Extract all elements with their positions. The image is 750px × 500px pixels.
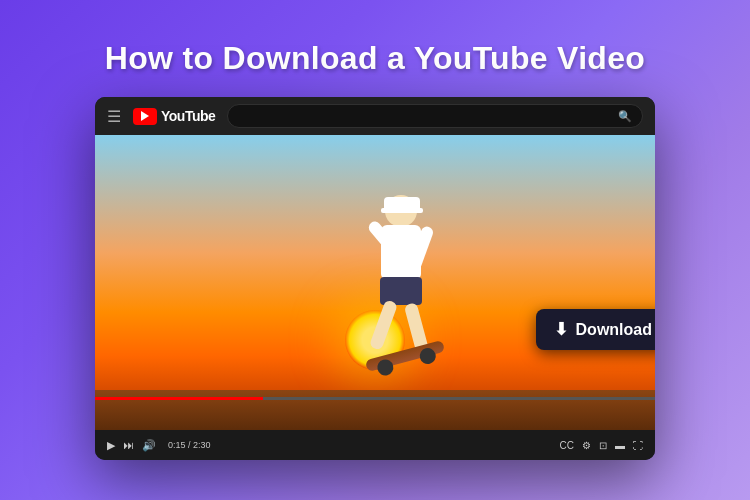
browser-window: ☰ YouTube 🔍	[95, 97, 655, 460]
volume-button[interactable]: 🔊	[142, 439, 156, 452]
menu-icon[interactable]: ☰	[107, 107, 121, 126]
progress-bar-wrap[interactable]	[95, 397, 655, 400]
skater-graphic	[335, 185, 475, 375]
theater-button[interactable]: ▬	[615, 440, 625, 451]
youtube-topbar: ☰ YouTube 🔍	[95, 97, 655, 135]
skip-button[interactable]: ⏭	[123, 439, 134, 451]
fullscreen-button[interactable]: ⛶	[633, 440, 643, 451]
skater-hat	[384, 197, 420, 211]
settings-button[interactable]: ⚙	[582, 440, 591, 451]
time-display: 0:15 / 2:30	[168, 440, 211, 450]
search-icon: 🔍	[618, 110, 632, 123]
video-area: ⬇ Download	[95, 135, 655, 430]
download-button[interactable]: ⬇ Download	[536, 309, 655, 350]
ground-graphic	[95, 390, 655, 430]
download-label: Download	[576, 321, 652, 339]
right-controls: CC ⚙ ⊡ ▬ ⛶	[560, 440, 643, 451]
skater-leg-left	[369, 299, 398, 350]
progress-fill	[95, 397, 263, 400]
download-icon: ⬇	[554, 319, 568, 340]
search-bar[interactable]: 🔍	[227, 104, 643, 128]
youtube-logo: YouTube	[133, 108, 215, 125]
play-button[interactable]: ▶	[107, 439, 115, 452]
video-controls: ▶ ⏭ 🔊 0:15 / 2:30 CC ⚙ ⊡ ▬ ⛶	[95, 430, 655, 460]
youtube-logo-icon	[133, 108, 157, 125]
video-wrapper: ⬇ Download ▶ ⏭ 🔊 0:15 / 2:30 CC ⚙ ⊡ ▬ ⛶	[95, 135, 655, 460]
youtube-logo-text: YouTube	[161, 108, 215, 124]
miniplayer-button[interactable]: ⊡	[599, 440, 607, 451]
video-background	[95, 135, 655, 430]
page-title: How to Download a YouTube Video	[105, 40, 645, 77]
captions-button[interactable]: CC	[560, 440, 574, 451]
